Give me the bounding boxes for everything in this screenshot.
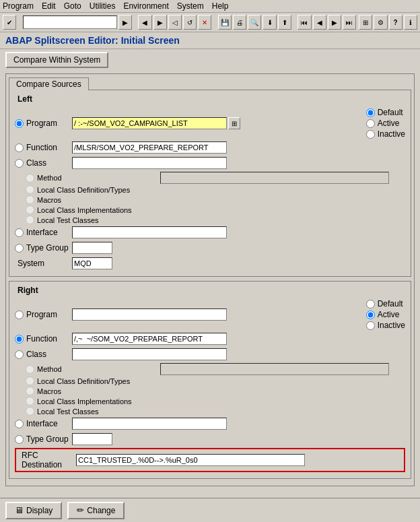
- prev-page-btn[interactable]: ◀: [313, 15, 326, 30]
- right-method-radio[interactable]: [26, 365, 34, 374]
- left-method-input[interactable]: [160, 172, 389, 184]
- right-type-group-radio-label[interactable]: Type Group: [15, 434, 72, 444]
- tab-compare-sources[interactable]: Compare Sources: [9, 77, 89, 90]
- change-button[interactable]: ✏ Change: [67, 502, 125, 519]
- left-class-input[interactable]: [72, 157, 227, 169]
- left-program-input[interactable]: [72, 117, 227, 129]
- right-inactive-radio[interactable]: [366, 321, 375, 330]
- save-btn[interactable]: 💾: [218, 15, 232, 30]
- compare-within-system-button[interactable]: Compare Within System: [5, 52, 108, 68]
- find-next-btn[interactable]: ⬇: [262, 15, 276, 30]
- menu-help[interactable]: Help: [212, 1, 229, 11]
- layout-btn[interactable]: ⊞: [359, 15, 372, 30]
- left-method-radio-label[interactable]: Method: [26, 174, 160, 183]
- menu-system[interactable]: System: [177, 1, 204, 11]
- command-input[interactable]: [23, 15, 117, 29]
- left-function-radio[interactable]: [15, 143, 24, 152]
- left-local-class-def-radio-label[interactable]: Local Class Definition/Types: [26, 185, 160, 194]
- right-local-test-radio[interactable]: [26, 407, 34, 416]
- first-page-btn[interactable]: ⏮: [298, 15, 311, 30]
- forward-btn[interactable]: ▶: [153, 15, 167, 30]
- left-local-class-impl-radio-label[interactable]: Local Class Implementations: [26, 205, 160, 214]
- left-function-radio-label[interactable]: Function: [15, 143, 72, 152]
- right-local-test-radio-label[interactable]: Local Test Classes: [26, 407, 160, 416]
- right-class-radio-label[interactable]: Class: [15, 350, 72, 359]
- right-active-radio[interactable]: [366, 311, 375, 319]
- left-active-radio-label[interactable]: Active: [366, 119, 400, 128]
- left-method-radio[interactable]: [26, 174, 34, 183]
- left-type-group-input[interactable]: [72, 242, 112, 254]
- back-btn[interactable]: ◀: [138, 15, 151, 30]
- display-button[interactable]: 🖥 Display: [5, 502, 62, 519]
- right-type-group-input[interactable]: [72, 433, 112, 445]
- left-local-test-radio-label[interactable]: Local Test Classes: [26, 216, 160, 224]
- right-local-class-impl-radio[interactable]: [26, 397, 34, 405]
- left-class-radio[interactable]: [15, 159, 24, 168]
- right-class-input[interactable]: [72, 348, 227, 360]
- menu-environment[interactable]: Environment: [123, 1, 168, 11]
- left-type-group-radio-label[interactable]: Type Group: [15, 243, 72, 253]
- right-method-input[interactable]: [160, 363, 389, 375]
- left-inactive-radio-label[interactable]: Inactive: [366, 129, 405, 139]
- settings-btn[interactable]: ⚙: [374, 15, 387, 30]
- left-type-group-radio[interactable]: [15, 244, 24, 253]
- find-btn[interactable]: 🔍: [248, 15, 261, 30]
- right-type-group-radio[interactable]: [15, 435, 24, 444]
- menu-edit[interactable]: Edit: [42, 1, 56, 11]
- right-local-class-def-radio[interactable]: [26, 377, 34, 385]
- left-default-radio[interactable]: [366, 108, 375, 117]
- left-class-radio-label[interactable]: Class: [15, 158, 72, 168]
- nav-left[interactable]: ◁: [168, 15, 182, 30]
- right-program-radio-label[interactable]: Program: [15, 310, 72, 319]
- prev-btn[interactable]: ⬆: [278, 15, 291, 30]
- left-interface-radio-label[interactable]: Interface: [15, 228, 72, 237]
- right-function-input[interactable]: [72, 333, 227, 345]
- right-active-radio-label[interactable]: Active: [366, 310, 400, 319]
- left-active-radio[interactable]: [366, 119, 375, 128]
- right-local-class-impl-radio-label[interactable]: Local Class Implementations: [26, 397, 160, 405]
- status-btn[interactable]: ℹ: [404, 15, 417, 30]
- right-default-radio[interactable]: [366, 300, 375, 308]
- left-interface-input[interactable]: [72, 226, 227, 238]
- left-program-radio[interactable]: [15, 119, 24, 128]
- help-btn[interactable]: ?: [389, 15, 403, 30]
- right-default-radio-label[interactable]: Default: [366, 299, 403, 308]
- right-local-class-def-radio-label[interactable]: Local Class Definition/Types: [26, 377, 160, 385]
- left-program-radio-label[interactable]: Program: [15, 119, 72, 128]
- right-interface-radio-label[interactable]: Interface: [15, 419, 72, 428]
- menu-program[interactable]: Program: [3, 1, 34, 11]
- left-program-browse[interactable]: ⊞: [228, 117, 240, 129]
- left-macros-radio-label[interactable]: Macros: [26, 195, 160, 204]
- left-function-input[interactable]: [72, 141, 227, 154]
- left-local-test-radio[interactable]: [26, 216, 34, 224]
- print-btn[interactable]: 🖨: [233, 15, 246, 30]
- menu-utilities[interactable]: Utilities: [90, 1, 116, 11]
- stop-btn[interactable]: ✕: [198, 15, 211, 30]
- left-interface-radio[interactable]: [15, 228, 24, 237]
- right-interface-radio[interactable]: [15, 420, 24, 428]
- last-page-btn[interactable]: ⏭: [343, 15, 356, 30]
- right-function-radio[interactable]: [15, 335, 24, 344]
- right-macros-radio[interactable]: [26, 387, 34, 395]
- right-program-radio[interactable]: [15, 311, 24, 319]
- right-class-radio[interactable]: [15, 350, 24, 359]
- command-submit[interactable]: ▶: [118, 15, 132, 30]
- next-page-btn[interactable]: ▶: [328, 15, 341, 30]
- rfc-destination-input[interactable]: [76, 454, 305, 466]
- right-macros-radio-label[interactable]: Macros: [26, 387, 160, 395]
- left-inactive-radio[interactable]: [366, 130, 375, 139]
- right-interface-input[interactable]: [72, 418, 227, 430]
- main-panel: Compare Sources Left Program ⊞ Default A…: [5, 73, 415, 486]
- right-program-input[interactable]: [72, 308, 227, 321]
- refresh-btn[interactable]: ↺: [183, 15, 197, 30]
- left-macros-radio[interactable]: [26, 195, 34, 204]
- right-inactive-radio-label[interactable]: Inactive: [366, 321, 405, 330]
- check-icon[interactable]: ✔: [3, 15, 16, 30]
- right-function-radio-label[interactable]: Function: [15, 334, 72, 344]
- menu-goto[interactable]: Goto: [64, 1, 81, 11]
- left-system-input[interactable]: [72, 257, 112, 269]
- left-local-class-def-radio[interactable]: [26, 185, 34, 194]
- left-local-class-impl-radio[interactable]: [26, 205, 34, 214]
- left-default-radio-label[interactable]: Default: [366, 108, 403, 117]
- right-method-radio-label[interactable]: Method: [26, 365, 160, 374]
